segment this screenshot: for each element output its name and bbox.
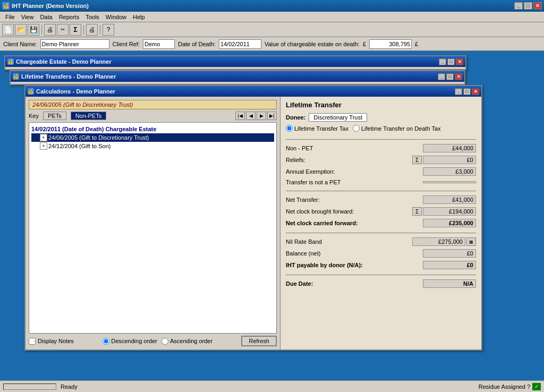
right-panel: Lifetime Transfer Donee: Discretionary T… bbox=[280, 97, 481, 350]
lifetime-tax-radio-group: Lifetime Transfer Tax bbox=[286, 125, 348, 132]
app-title: IHT Planner (Demo Version) bbox=[12, 3, 89, 9]
ready-label: Ready bbox=[61, 384, 78, 390]
menu-tools[interactable]: Tools bbox=[82, 13, 103, 21]
net-clock-fwd-row: Net clock brought forward: Σ £194,000 bbox=[286, 207, 476, 216]
display-notes-checkbox[interactable] bbox=[29, 338, 36, 345]
due-date-value: N/A bbox=[423, 279, 476, 288]
donee-label: Donee: bbox=[286, 114, 305, 121]
not-pet-value bbox=[423, 181, 476, 183]
client-name-input[interactable] bbox=[40, 39, 109, 49]
net-clock-fwd-label: Net clock brought forward: bbox=[286, 208, 412, 215]
menu-data[interactable]: Data bbox=[37, 13, 55, 21]
minimize-button[interactable]: _ bbox=[514, 2, 523, 10]
lifetime-title-bar: 💰 Lifetime Transfers - Demo Planner _ □ … bbox=[11, 71, 464, 82]
cut-button[interactable]: ✂ bbox=[57, 24, 69, 36]
divider-3 bbox=[286, 233, 476, 233]
tree-expand-1[interactable]: + bbox=[40, 134, 47, 141]
open-button[interactable]: 📂 bbox=[15, 24, 27, 36]
death-date-label: Date of Death: bbox=[178, 41, 216, 47]
tree-item-2[interactable]: + 24/12/2004 (Gift to Son) bbox=[31, 142, 274, 150]
chargeable-maximize-btn[interactable]: □ bbox=[447, 58, 455, 65]
left-panel: 24/06/2005 (Gift to Discretionary Trust)… bbox=[26, 97, 280, 350]
calculations-close-btn[interactable]: ✕ bbox=[472, 88, 479, 95]
lifetime-maximize-btn[interactable]: □ bbox=[446, 73, 454, 80]
chargeable-estate-window: 💰 Chargeable Estate - Demo Planner _ □ ✕ bbox=[4, 55, 466, 70]
menu-bar: File View Data Reports Tools Window Help bbox=[0, 12, 544, 22]
menu-help[interactable]: Help bbox=[130, 13, 148, 21]
reliefs-value: £0 bbox=[423, 156, 476, 164]
death-date-input[interactable] bbox=[219, 39, 261, 49]
chargeable-close-btn[interactable]: ✕ bbox=[456, 58, 463, 65]
calculations-window-title: Calculations - Demo Planner bbox=[36, 88, 115, 95]
calculations-minimize-btn[interactable]: _ bbox=[455, 88, 462, 95]
client-ref-input[interactable] bbox=[143, 39, 175, 49]
print-button[interactable]: 🖨 bbox=[44, 24, 56, 36]
lifetime-close-btn[interactable]: ✕ bbox=[455, 73, 462, 80]
net-clock-fwd-value: £194,000 bbox=[423, 207, 476, 216]
descending-label: Descending order bbox=[111, 338, 157, 344]
divider-2 bbox=[286, 191, 476, 191]
sum-button[interactable]: Σ bbox=[70, 24, 81, 36]
close-button[interactable]: ✕ bbox=[533, 2, 542, 10]
refresh-button[interactable]: Refresh bbox=[241, 336, 277, 346]
lifetime-tax-label: Lifetime Transfer Tax bbox=[294, 125, 348, 132]
menu-view[interactable]: View bbox=[18, 13, 37, 21]
donee-row: Donee: Discretionary Trust bbox=[286, 113, 476, 122]
nav-prev-btn[interactable]: ◀ bbox=[246, 112, 256, 120]
chargeable-minimize-btn[interactable]: _ bbox=[439, 58, 446, 65]
tree-item-1[interactable]: + 24/06/2005 (Gift to Discretionary Trus… bbox=[31, 133, 274, 142]
menu-file[interactable]: File bbox=[2, 13, 18, 21]
iht-value: £0 bbox=[423, 261, 476, 269]
descending-radio[interactable] bbox=[103, 338, 109, 345]
annual-exemption-value: £3,000 bbox=[423, 167, 476, 176]
reliefs-row: Reliefs: Σ £0 bbox=[286, 156, 476, 164]
due-date-row: Due Date: N/A bbox=[286, 279, 476, 288]
net-clock-sigma-btn[interactable]: Σ bbox=[412, 207, 422, 216]
menu-window[interactable]: Window bbox=[103, 13, 130, 21]
chargeable-window-icon: 💰 bbox=[7, 58, 14, 65]
calc-content: 24/06/2005 (Gift to Discretionary Trust)… bbox=[26, 97, 481, 350]
maximize-button[interactable]: □ bbox=[524, 2, 532, 10]
tree-view: 14/02/2011 (Date of Death) Chargeable Es… bbox=[29, 122, 277, 334]
estate-label: Value of chargeable estate on death: bbox=[265, 41, 360, 47]
lifetime-window-icon: 💰 bbox=[13, 73, 19, 80]
nav-next-btn[interactable]: ▶ bbox=[257, 112, 266, 120]
non-pets-button[interactable]: Non-PETs bbox=[71, 112, 107, 120]
estate-value-input[interactable] bbox=[369, 39, 412, 49]
bottom-controls: Display Notes Descending order Ascending… bbox=[29, 336, 277, 346]
not-pet-label: Transfer is not a PET bbox=[286, 179, 423, 185]
reliefs-sigma-btn[interactable]: Σ bbox=[412, 156, 422, 164]
annual-exemption-label: Annual Exemption: bbox=[286, 168, 423, 175]
annual-exemption-row: Annual Exemption: £3,000 bbox=[286, 167, 476, 176]
nil-rate-grid-btn[interactable]: ▦ bbox=[466, 237, 476, 246]
due-date-label: Due Date: bbox=[286, 280, 423, 287]
calculations-window: 💰 Calculations - Demo Planner _ □ ✕ 24/0… bbox=[24, 85, 482, 351]
new-button[interactable]: 📄 bbox=[2, 24, 14, 36]
net-transfer-row: Net Transfer: £41,000 bbox=[286, 195, 476, 204]
app-icon: 💰 bbox=[2, 2, 10, 10]
net-transfer-value: £41,000 bbox=[423, 195, 476, 204]
descending-radio-group: Descending order bbox=[103, 338, 157, 345]
nav-last-btn[interactable]: ▶| bbox=[267, 112, 277, 120]
tree-expand-2[interactable]: + bbox=[40, 142, 47, 150]
pets-button[interactable]: PETs bbox=[43, 112, 66, 120]
nav-first-btn[interactable]: |◀ bbox=[235, 112, 245, 120]
save-button[interactable]: 💾 bbox=[28, 24, 39, 36]
calculations-maximize-btn[interactable]: □ bbox=[463, 88, 471, 95]
donee-value: Discretionary Trust bbox=[309, 113, 367, 122]
display-notes-row: Display Notes bbox=[29, 338, 74, 345]
ascending-radio[interactable] bbox=[162, 338, 168, 345]
residue-check-icon: ✓ bbox=[532, 383, 541, 390]
menu-reports[interactable]: Reports bbox=[56, 13, 83, 21]
lifetime-tax-radio[interactable] bbox=[286, 125, 293, 132]
lifetime-minimize-btn[interactable]: _ bbox=[438, 73, 445, 80]
help-button[interactable]: ? bbox=[103, 24, 114, 36]
print2-button[interactable]: 🖨 bbox=[86, 24, 98, 36]
tree-section-header: 14/02/2011 (Date of Death) Chargeable Es… bbox=[31, 125, 274, 133]
calculations-title-bar: 💰 Calculations - Demo Planner _ □ ✕ bbox=[26, 86, 481, 97]
death-tax-radio[interactable] bbox=[353, 125, 360, 132]
balance-row: Balance (net) £0 bbox=[286, 249, 476, 258]
key-row: Key PETs Non-PETs |◀ ◀ ▶ ▶| bbox=[29, 112, 277, 120]
death-tax-radio-group: Lifetime Transfer on Death Tax bbox=[353, 125, 441, 132]
death-tax-label: Lifetime Transfer on Death Tax bbox=[361, 125, 441, 132]
